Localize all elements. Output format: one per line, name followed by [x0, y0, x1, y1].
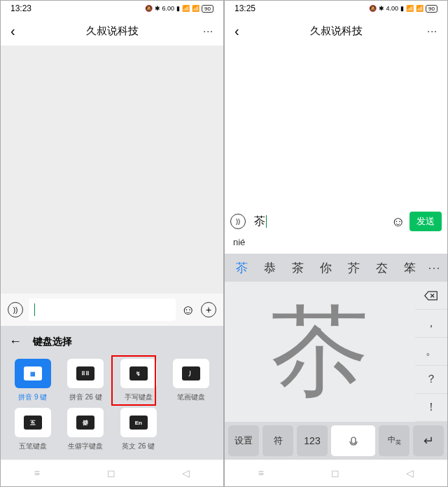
kb-back-icon[interactable]: ← — [9, 334, 22, 349]
bottom-key-row: 设置 符 123 中英 ↵ — [225, 422, 447, 460]
side-keys: ， 。 ？ ！ — [415, 282, 447, 422]
candidate-1[interactable]: 恭 — [255, 260, 284, 276]
emoji-icon[interactable]: ☺ — [181, 302, 195, 318]
back-icon[interactable]: ‹ — [10, 23, 15, 39]
kb-wubi[interactable]: 五 五笔键盘 — [9, 408, 57, 451]
language-key[interactable]: 中英 — [379, 425, 410, 456]
time: 13:25 — [234, 4, 255, 13]
settings-key[interactable]: 设置 — [228, 425, 259, 456]
period-key[interactable]: 。 — [415, 338, 447, 366]
svg-rect-0 — [351, 437, 356, 444]
nav-home-icon[interactable]: ◻ — [107, 467, 115, 479]
send-button[interactable]: 发送 — [410, 212, 442, 231]
kb-stroke[interactable]: 丿 笔画键盘 — [168, 359, 216, 402]
candidate-4[interactable]: 芥 — [340, 260, 368, 276]
pinyin-hint: nié — [225, 237, 447, 254]
back-icon[interactable]: ‹ — [234, 23, 239, 39]
nav-home-icon[interactable]: ◻ — [331, 467, 340, 479]
chat-content — [1, 46, 223, 294]
kb-panel-title: 键盘选择 — [33, 336, 72, 348]
keyboard-selector-panel: ← 键盘选择 ▦ 拼音 9 键 ⠿⠿ 拼音 26 键 ↯ 手写键盘 丿 笔画键盘… — [1, 326, 223, 460]
message-input[interactable] — [29, 299, 176, 321]
kb-rare[interactable]: 僻 生僻字键盘 — [62, 408, 110, 451]
candidate-3[interactable]: 你 — [312, 260, 340, 276]
more-icon[interactable]: ··· — [203, 25, 214, 36]
nav-recent-icon[interactable]: ≡ — [34, 467, 40, 479]
status-bar: 13:23 🔕✱6.00▮📶📶 90 — [1, 1, 223, 16]
nav-back-icon[interactable]: ◁ — [182, 467, 190, 479]
kb-handwriting[interactable]: ↯ 手写键盘 — [115, 359, 162, 402]
status-bar: 13:25 🔕✱4.00▮📶📶 90 — [225, 1, 447, 16]
question-key[interactable]: ？ — [415, 366, 447, 394]
chat-title: 久叔说科技 — [86, 25, 139, 38]
nav-bar: ≡ ◻ ◁ — [1, 460, 223, 486]
candidate-row: 苶 恭 茶 你 芥 厺 笨 ⋯ — [225, 254, 447, 282]
candidate-6[interactable]: 笨 — [396, 260, 424, 276]
status-icons: 🔕✱4.00▮📶📶 90 — [369, 5, 438, 13]
chat-title: 久叔说科技 — [310, 25, 363, 38]
more-icon[interactable]: ··· — [427, 25, 438, 36]
plus-icon[interactable]: + — [201, 302, 216, 317]
chat-header: ‹ 久叔说科技 ··· — [1, 16, 223, 46]
kb-pinyin9[interactable]: ▦ 拼音 9 键 — [9, 359, 57, 402]
exclaim-key[interactable]: ！ — [415, 394, 447, 422]
message-input[interactable]: 苶 — [250, 211, 387, 232]
nav-recent-icon[interactable]: ≡ — [258, 467, 264, 479]
candidate-0[interactable]: 苶 — [227, 260, 255, 276]
phone-left: 13:23 🔕✱6.00▮📶📶 90 ‹ 久叔说科技 ··· )) ☺ + ← … — [0, 0, 224, 487]
handwriting-canvas[interactable]: 苶 — [225, 282, 415, 422]
enter-key[interactable]: ↵ — [413, 425, 444, 456]
time: 13:23 — [10, 4, 31, 13]
candidate-more-icon[interactable]: ⋯ — [424, 260, 444, 275]
chat-header: ‹ 久叔说科技 ··· — [225, 16, 447, 46]
candidate-2[interactable]: 茶 — [284, 260, 312, 276]
symbol-key[interactable]: 符 — [262, 425, 293, 456]
emoji-icon[interactable]: ☺ — [391, 214, 405, 230]
voice-icon[interactable]: )) — [230, 214, 246, 229]
kb-english[interactable]: En 英文 26 键 — [115, 408, 162, 451]
keyboard-grid: ▦ 拼音 9 键 ⠿⠿ 拼音 26 键 ↯ 手写键盘 丿 笔画键盘 五 五笔键盘… — [9, 359, 215, 451]
backspace-key[interactable] — [415, 282, 447, 310]
chat-input-bar: )) ☺ + — [1, 294, 223, 326]
chat-input-bar: )) 苶 ☺ 发送 — [225, 206, 447, 237]
space-key[interactable] — [331, 425, 375, 456]
kb-pinyin26[interactable]: ⠿⠿ 拼音 26 键 — [62, 359, 110, 402]
phone-right: 13:25 🔕✱4.00▮📶📶 90 ‹ 久叔说科技 ··· )) 苶 ☺ 发送… — [224, 0, 448, 487]
voice-icon[interactable]: )) — [8, 302, 23, 317]
nav-back-icon[interactable]: ◁ — [406, 467, 414, 479]
chat-content — [225, 46, 447, 206]
status-icons: 🔕✱6.00▮📶📶 90 — [145, 5, 214, 13]
number-key[interactable]: 123 — [297, 425, 328, 456]
handwriting-area: 苶 ， 。 ？ ！ — [225, 282, 447, 422]
handwritten-char: 苶 — [271, 303, 369, 401]
candidate-5[interactable]: 厺 — [368, 260, 396, 276]
nav-bar: ≡ ◻ ◁ — [225, 460, 447, 486]
comma-key[interactable]: ， — [415, 310, 447, 338]
